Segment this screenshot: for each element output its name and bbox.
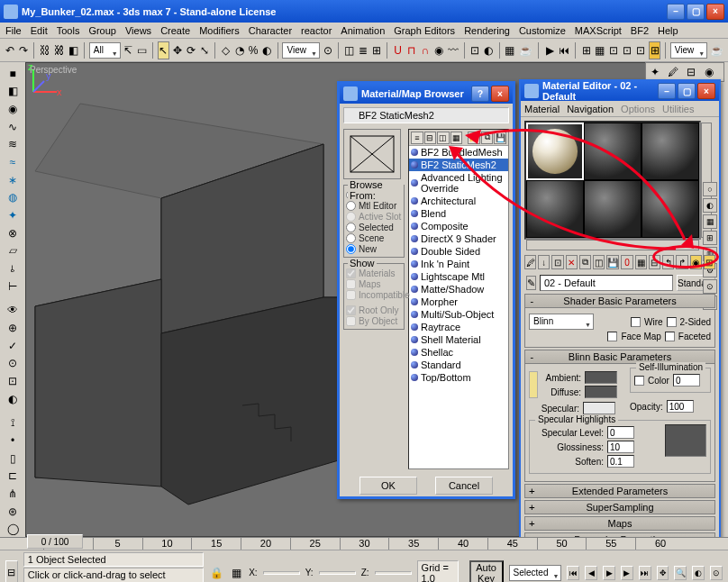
lock-ambient-diffuse-icon[interactable] <box>529 371 538 398</box>
nav-zoom-icon[interactable]: 🔍 <box>674 566 687 580</box>
list-save-icon[interactable]: 💾 <box>494 132 506 144</box>
maps-header[interactable]: +Maps <box>524 516 715 531</box>
go-parent-icon[interactable]: ↰ <box>662 255 674 269</box>
reactor-spring-icon[interactable]: ⫰ <box>4 260 22 277</box>
menu-customize[interactable]: Customize <box>519 25 566 36</box>
soften-spinner[interactable] <box>607 455 634 468</box>
mat-editor-min-button[interactable]: – <box>658 83 676 99</box>
menu-group[interactable]: Group <box>88 25 116 36</box>
reactor-preview-icon[interactable]: 👁 <box>4 303 22 319</box>
mat-id-icon[interactable]: 0 <box>621 255 632 269</box>
get-material-icon[interactable]: 🖉 <box>524 255 536 269</box>
lock-selection-icon[interactable]: 🔒 <box>209 564 224 582</box>
hierarchy-tab-icon[interactable]: ⊟ <box>682 63 700 81</box>
snap-toggle[interactable]: ◇ <box>220 41 232 59</box>
modify-tab-icon[interactable]: 🖉 <box>664 63 682 81</box>
x-coord-field[interactable] <box>263 571 300 575</box>
dialog2-button[interactable]: ⊡ <box>622 41 633 59</box>
menu-help[interactable]: Help <box>658 25 678 36</box>
redo-button[interactable]: ↷ <box>17 41 29 59</box>
nav-pan-icon[interactable]: ✥ <box>657 566 669 580</box>
minimize-button[interactable]: – <box>667 4 685 20</box>
material-type-item[interactable]: BF2 BundledMesh <box>409 146 508 159</box>
grid-align-button[interactable]: ⊞ <box>580 41 592 59</box>
list-view-large-icon[interactable]: ▦ <box>450 132 463 144</box>
material-type-item[interactable]: Matte/Shadow <box>409 283 508 296</box>
menu-views[interactable]: Views <box>125 25 151 36</box>
reactor-fracture-icon[interactable]: ✦ <box>4 207 22 223</box>
select-move-button[interactable]: ↖ <box>158 41 169 59</box>
move-button[interactable]: ✥ <box>171 41 183 59</box>
material-type-item[interactable]: DirectX 9 Shader <box>409 232 508 245</box>
timeline-ruler[interactable]: 0 / 100 051015202530354045505560 <box>0 538 728 550</box>
crossing-icon[interactable]: ▦ <box>230 564 243 582</box>
supersampling-header[interactable]: +SuperSampling <box>524 500 715 514</box>
maximize-button[interactable]: ▢ <box>687 4 705 20</box>
material-slot-3[interactable] <box>642 123 699 180</box>
pick-from-object-icon[interactable]: ✎ <box>526 276 536 290</box>
sample-type-icon[interactable]: ○ <box>703 182 717 196</box>
mat-editor-close-button[interactable]: × <box>697 83 715 99</box>
list-view-icons-icon[interactable]: ◫ <box>437 132 450 144</box>
menu-bf2[interactable]: BF2 <box>631 25 649 36</box>
motion-tab-icon[interactable]: ◉ <box>700 63 718 81</box>
browser-ok-button[interactable]: OK <box>359 477 417 495</box>
material-type-item[interactable]: Raytrace <box>409 321 508 333</box>
background-icon[interactable]: ▦ <box>703 214 717 229</box>
named-sel-button[interactable]: ⊓ <box>405 41 417 59</box>
shade-dropdown[interactable]: View <box>670 42 708 59</box>
material-slot-4[interactable] <box>526 180 584 238</box>
menu-animation[interactable]: Animation <box>341 25 385 36</box>
list-open-icon[interactable]: 📂 <box>468 132 480 144</box>
list-merge-icon[interactable]: ⧉ <box>481 132 494 144</box>
reactor-cloth-icon[interactable]: ◧ <box>4 84 22 100</box>
ref-coord-dropdown[interactable]: View <box>282 42 320 59</box>
next-frame-icon[interactable]: ▶ <box>621 566 633 580</box>
reactor-soft-icon[interactable]: ◉ <box>4 101 22 117</box>
browse-selected-radio[interactable] <box>346 223 356 232</box>
reactor-util1-icon[interactable]: ⊙ <box>4 355 22 371</box>
layers-button[interactable]: ∩ <box>419 41 431 59</box>
schematic-button[interactable]: ⊡ <box>469 41 480 59</box>
reactor-rag-icon[interactable]: ⋔ <box>4 486 22 502</box>
material-type-item[interactable]: Morpher <box>409 296 508 308</box>
opacity-spinner[interactable] <box>667 400 694 413</box>
curve-editor-button[interactable]: 〰 <box>447 41 460 59</box>
reactor-rope-icon[interactable]: ∿ <box>4 119 22 135</box>
glossiness-spinner[interactable] <box>607 441 634 453</box>
menu-maxscript[interactable]: MAXScript <box>575 25 622 36</box>
safe-frame-button[interactable]: ▦ <box>594 41 605 59</box>
time-slider[interactable]: 0 / 100 <box>27 534 83 549</box>
quick-render-button[interactable]: ☕ <box>518 41 533 59</box>
render-last-button[interactable]: ☕ <box>709 41 724 59</box>
layer-mgr-button[interactable]: ◉ <box>433 41 445 59</box>
reset-map-icon[interactable]: ✕ <box>566 255 578 269</box>
undo-button[interactable]: ↶ <box>4 41 15 59</box>
material-slot-6[interactable] <box>642 180 699 238</box>
reactor-motor-icon[interactable]: ⊗ <box>4 225 22 241</box>
browse-new-radio[interactable] <box>346 244 356 254</box>
slots-scroll-h[interactable] <box>526 240 699 250</box>
play-anim-button[interactable]: ▶ <box>544 41 556 59</box>
extended-params-header[interactable]: +Extended Parameters <box>524 484 715 498</box>
material-type-item[interactable]: BF2 StaticMesh2 <box>409 159 508 171</box>
menu-edit[interactable]: Edit <box>31 25 48 36</box>
material-type-item[interactable]: Shell Material <box>409 333 508 346</box>
specular-level-spinner[interactable] <box>607 426 634 439</box>
browse-scene-radio[interactable] <box>346 233 356 243</box>
material-name-input[interactable] <box>540 275 673 291</box>
assign-to-sel-icon[interactable]: ⊡ <box>551 255 563 269</box>
sample-uv-icon[interactable]: ⊞ <box>703 231 717 245</box>
material-type-item[interactable]: Blend <box>409 207 508 220</box>
reactor-prop-icon[interactable]: ⊛ <box>4 504 22 520</box>
reactor-water-icon[interactable]: ≈ <box>4 154 22 170</box>
menu-tools[interactable]: Tools <box>57 25 80 36</box>
rotate-button[interactable]: ⟳ <box>185 41 196 59</box>
mat-editor-max-button[interactable]: ▢ <box>678 83 696 99</box>
list-view-list-icon[interactable]: ⊟ <box>424 132 437 144</box>
menu-character[interactable]: Character <box>249 25 292 36</box>
material-type-item[interactable]: Architectural <box>409 195 508 207</box>
reactor-util3-icon[interactable]: ◐ <box>4 391 22 407</box>
scale-button[interactable]: ⤡ <box>198 41 210 59</box>
material-type-item[interactable]: Lightscape Mtl <box>409 270 508 283</box>
